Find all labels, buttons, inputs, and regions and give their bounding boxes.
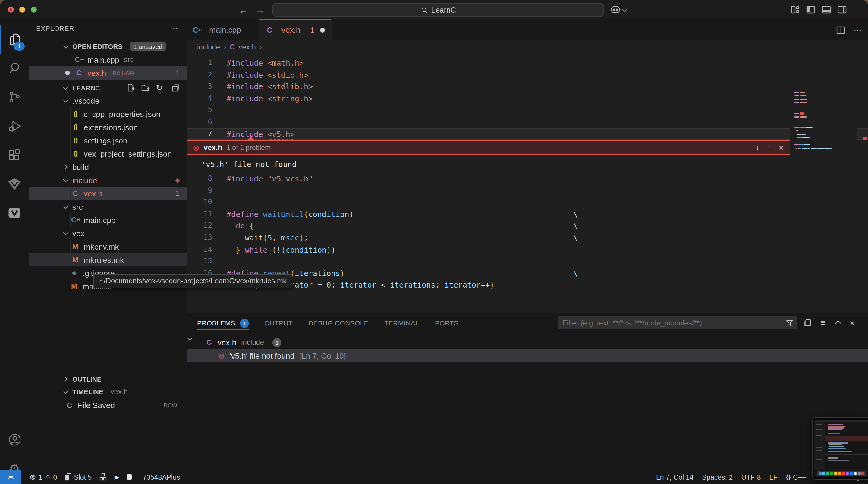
- code-line-13[interactable]: 13 wait(5, msec);\: [187, 232, 868, 244]
- sidebar-title-row: EXPLORER ⋯: [29, 19, 187, 37]
- list-view-icon[interactable]: ≡: [818, 318, 828, 328]
- refresh-icon[interactable]: ↻: [156, 83, 166, 93]
- sidebar-item-vex-robotics[interactable]: [0, 170, 29, 198]
- panel-tab-terminal[interactable]: TERMINAL: [384, 313, 419, 333]
- close-button[interactable]: [8, 7, 14, 13]
- forward-icon[interactable]: →: [255, 0, 265, 19]
- tree-item-c_cpp_properties.json[interactable]: {}c_cpp_properties.json: [29, 107, 187, 121]
- tree-item-vex[interactable]: vex: [29, 226, 187, 240]
- code-line-5[interactable]: 5: [187, 104, 868, 116]
- open-editors-header[interactable]: OPEN EDITORS 1 unsaved: [29, 40, 187, 53]
- tree-item-main.cpp[interactable]: C++main.cpp: [29, 213, 187, 226]
- tree-item-vex_project_settings.json[interactable]: {}vex_project_settings.json: [29, 147, 187, 160]
- sidebar-item-search[interactable]: [0, 54, 29, 83]
- code-line-2[interactable]: 2#include <stdio.h>: [187, 69, 868, 81]
- code-line-12[interactable]: 12 do {\: [187, 220, 868, 232]
- previous-problem-icon[interactable]: ↑: [767, 144, 771, 152]
- tab-vex-h[interactable]: C vex.h 1: [259, 19, 332, 40]
- panel-tab-ports[interactable]: PORTS: [435, 313, 458, 333]
- command-center-search[interactable]: LearnC: [273, 3, 604, 17]
- tree-item-include[interactable]: include: [29, 174, 187, 187]
- device-name[interactable]: 73548APlus: [139, 474, 184, 481]
- tree-item-mkrules.mk[interactable]: Mmkrules.mk: [29, 253, 187, 266]
- language-mode[interactable]: {} C++: [781, 474, 810, 481]
- breadcrumb-file[interactable]: vex.h: [239, 43, 255, 51]
- peek-message-row[interactable]: 'v5.h' file not found: [187, 154, 789, 174]
- tab-main-cpp[interactable]: C++ main.cpp: [187, 19, 259, 40]
- project-section-header[interactable]: LEARNC ↻: [29, 81, 187, 95]
- code-token: #include: [227, 174, 263, 183]
- code-line-14[interactable]: 14 } while (!(condition)): [187, 244, 868, 255]
- tree-item-mkenv.mk[interactable]: Mmkenv.mk: [29, 240, 187, 253]
- new-file-icon[interactable]: [126, 83, 135, 93]
- close-icon[interactable]: ×: [779, 143, 784, 152]
- panel-tab-problems[interactable]: PROBLEMS1: [197, 313, 249, 333]
- tree-item-build[interactable]: build: [29, 160, 187, 174]
- more-actions-icon[interactable]: ⋯: [170, 24, 179, 33]
- problems-status[interactable]: ⊗ 1 ⚠ 0: [26, 473, 61, 481]
- timeline-item[interactable]: File Saved now: [29, 398, 187, 412]
- unsaved-dot-icon[interactable]: [320, 27, 325, 32]
- sidebar-item-extensions[interactable]: [0, 141, 29, 170]
- breadcrumb-symbol[interactable]: …: [266, 43, 273, 51]
- open-editor-main-cpp[interactable]: C++ main.cpp src: [29, 53, 187, 66]
- code-line-9[interactable]: 9: [187, 185, 868, 196]
- vex-blocks-button[interactable]: [95, 473, 111, 481]
- account-button[interactable]: [0, 425, 29, 454]
- view-as-table-icon[interactable]: [803, 318, 812, 328]
- code-line-7[interactable]: 7#include <v5.h>: [187, 128, 868, 140]
- cursor-position[interactable]: Ln 7, Col 14: [652, 474, 698, 481]
- panel-tab-debug-console[interactable]: DEBUG CONSOLE: [308, 313, 369, 333]
- sidebar-item-source-control[interactable]: [0, 83, 29, 112]
- customize-layout-icon[interactable]: [790, 5, 800, 14]
- minimize-button[interactable]: [19, 7, 25, 13]
- copilot-menu[interactable]: [610, 5, 626, 14]
- problems-file-group[interactable]: C vex.h include 1: [187, 336, 868, 349]
- split-editor-icon[interactable]: [836, 25, 846, 35]
- tree-item-extensions.json[interactable]: {}extensions.json: [29, 121, 187, 134]
- filter-input[interactable]: [558, 316, 798, 329]
- sidebar-item-vex-extension[interactable]: [0, 198, 29, 227]
- code-line-1[interactable]: 1#include <math.h>: [187, 57, 868, 69]
- outline-header[interactable]: OUTLINE: [29, 372, 187, 386]
- tree-item-vex.h[interactable]: Cvex.h1: [29, 187, 187, 200]
- eol-indicator[interactable]: LF: [765, 474, 782, 481]
- open-editor-vex-h[interactable]: C vex.h include 1: [29, 66, 187, 80]
- breadcrumb-folder[interactable]: include: [197, 43, 220, 51]
- zoom-button[interactable]: [31, 7, 37, 13]
- code-line-8[interactable]: 8#include "v5_vcs.h": [187, 173, 868, 185]
- tree-item-settings.json[interactable]: {}settings.json: [29, 134, 187, 147]
- toggle-panel-icon[interactable]: [822, 5, 831, 14]
- indentation[interactable]: Spaces: 2: [698, 474, 737, 481]
- toggle-primary-sidebar-icon[interactable]: [806, 5, 815, 14]
- sidebar-item-run-debug[interactable]: [0, 112, 29, 141]
- code-line-3[interactable]: 3#include <stdlib.h>: [187, 81, 868, 93]
- tree-item-src[interactable]: src: [29, 200, 187, 213]
- stop-button[interactable]: [123, 474, 135, 480]
- code-line-6[interactable]: 6: [187, 116, 868, 128]
- problem-row[interactable]: ⊗ 'v5.h' file not found [Ln 7, Col 10]: [187, 349, 868, 362]
- more-actions-icon[interactable]: ⋯: [854, 25, 862, 35]
- maximize-panel-icon[interactable]: [833, 318, 843, 328]
- code-line-11[interactable]: 11#define waitUntil(condition)\: [187, 209, 868, 220]
- toggle-secondary-sidebar-icon[interactable]: [837, 5, 847, 14]
- minimap[interactable]: [789, 54, 857, 313]
- screen-mirror-thumbnail[interactable]: [812, 417, 868, 480]
- collapse-all-icon[interactable]: [171, 83, 181, 93]
- encoding[interactable]: UTF-8: [737, 474, 765, 481]
- code-line-10[interactable]: 10: [187, 196, 868, 208]
- code-line-4[interactable]: 4#include <string.h>: [187, 93, 868, 104]
- code-editor[interactable]: 1#include <math.h>2#include <stdio.h>3#i…: [187, 54, 868, 313]
- tree-item-.vscode[interactable]: .vscode: [29, 94, 187, 107]
- back-icon[interactable]: ←: [239, 0, 248, 19]
- new-folder-icon[interactable]: [141, 83, 151, 93]
- vex-slot-status[interactable]: Slot 5: [61, 473, 95, 481]
- code-line-15[interactable]: 15: [187, 255, 868, 267]
- run-button[interactable]: ▶: [111, 474, 123, 480]
- remote-indicator[interactable]: ><: [0, 470, 21, 484]
- close-panel-icon[interactable]: ×: [847, 318, 857, 328]
- panel-tab-output[interactable]: OUTPUT: [264, 313, 293, 333]
- next-problem-icon[interactable]: ↓: [756, 144, 760, 152]
- sidebar-item-explorer[interactable]: 1: [0, 25, 29, 54]
- timeline-header[interactable]: TIMELINE vex.h: [29, 385, 187, 398]
